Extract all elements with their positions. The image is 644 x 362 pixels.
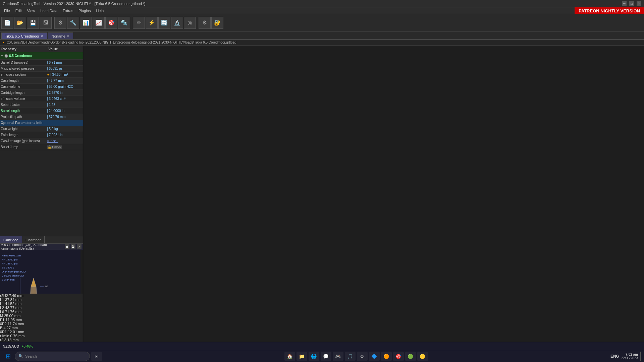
bottom-tabs-header: Cartridge Chamber — [0, 236, 83, 244]
prop-gas-leakage: Gas-Leakage (gas losses) ✏ Edit... — [0, 138, 83, 144]
toolbar-open[interactable]: 📂 — [14, 17, 26, 29]
tab-tikka[interactable]: Tikka 6.5 Creedmoor ✕ — [1, 33, 47, 39]
toolbar-btn-8[interactable]: 📈 — [93, 17, 105, 29]
clock: 7:02 am 22/06/2023 — [621, 353, 638, 360]
title-bar: GordonsReloadingTool - Version 2021.2030… — [0, 0, 644, 7]
taskbar-app-9[interactable]: 🟠 — [381, 352, 392, 361]
tab-noname[interactable]: Noname ✕ — [48, 33, 73, 39]
toolbar-btn-6[interactable]: 🔧 — [67, 17, 79, 29]
menu-load-data[interactable]: Load Data — [38, 7, 60, 14]
toolbar-btn-7[interactable]: 📊 — [80, 17, 92, 29]
diagram-icon-2[interactable]: 💾 — [71, 244, 75, 249]
currency-change: +0.46% — [22, 345, 33, 348]
taskbar-app-5[interactable]: 🎮 — [333, 352, 343, 361]
window-controls: ─ □ ✕ — [622, 1, 641, 6]
diagram-header: 6.5 Creedmoor (CIP) Standard dimensions … — [0, 244, 83, 250]
toolbar-btn-16[interactable]: ⚙ — [199, 17, 211, 29]
menu-file[interactable]: File — [1, 7, 13, 14]
minimize-button[interactable]: ─ — [622, 1, 627, 6]
selected-load-row[interactable]: ▼ 🔘 6.5 Creedmoor — [0, 52, 83, 60]
taskbar: ⊞ 🔍 Search ⊡ 🏠 📁 🌐 💬 🎮 🎵 ⚙ 🔷 🟠 🎯 🟢 🟡 ENG… — [0, 350, 644, 362]
prop-optional-header: Optional Parameters / Info — [0, 120, 83, 126]
diagram-icon-1[interactable]: 📋 — [65, 244, 69, 249]
toolbar-btn-12[interactable]: ⚡ — [146, 17, 158, 29]
bullet-diagram-svg: Pmax 63091 psi PK 72562 psi PK 78872 psi… — [0, 250, 80, 294]
taskbar-app-3[interactable]: 🌐 — [309, 352, 319, 361]
nzd-aud-indicator: NZD/AUD +0.46% — [3, 344, 33, 348]
diagram-icon-close[interactable]: ✕ — [77, 244, 82, 249]
show-desktop-button[interactable] — [640, 352, 641, 361]
taskbar-left: ⊞ 🔍 Search ⊡ — [3, 352, 102, 361]
toolbar-btn-15[interactable]: ◎ — [184, 17, 196, 29]
property-col-header: Property — [1, 47, 48, 51]
menu-bar: File Edit View Load Data Extras Plugins … — [0, 7, 644, 14]
taskbar-app-10[interactable]: 🎯 — [393, 352, 404, 361]
taskbar-app-7[interactable]: ⚙ — [357, 352, 368, 361]
task-view-button[interactable]: ⊡ — [91, 352, 102, 361]
prop-case-volume: Case volume | 52.00 grain H2O — [0, 84, 83, 90]
taskbar-center: 🏠 📁 🌐 💬 🎮 🎵 ⚙ 🔷 🟠 🎯 🟢 🟡 — [284, 352, 428, 361]
svg-text:Q  34.680 grain H2O: Q 34.680 grain H2O — [2, 270, 26, 273]
svg-text:PK  72562 psi: PK 72562 psi — [2, 258, 18, 261]
toolbar-btn-14[interactable]: 🔬 — [171, 17, 183, 29]
toolbar-btn-17[interactable]: 🔐 — [211, 17, 223, 29]
time-display: 7:02 am — [626, 353, 638, 356]
svg-text:PK  78872 psi: PK 78872 psi — [2, 262, 18, 265]
left-panel: Property Value ▼ 🔘 6.5 Creedmoor Barrel … — [0, 46, 83, 350]
menu-view[interactable]: View — [24, 7, 38, 14]
prop-cartridge-length: Cartridge length | 2.9570 in — [0, 90, 83, 96]
main-layout: Property Value ▼ 🔘 6.5 Creedmoor Barrel … — [0, 46, 644, 350]
prop-max-pressure: Max. allowed pressure | 63091 psi — [0, 66, 83, 72]
tab-noname-label: Noname — [51, 34, 65, 38]
status-bar: NZD/AUD +0.46% — [0, 342, 644, 350]
prop-barrel-length: Barrel length | 24.0000 in — [0, 108, 83, 114]
taskbar-app-12[interactable]: 🟡 — [417, 352, 428, 361]
toolbar-save-as[interactable]: 🖫 — [40, 17, 52, 29]
toolbar-btn-5[interactable]: ⚙ — [54, 17, 66, 29]
prop-eff-case-volume: eff. case volume | 3.0463 cm³ — [0, 96, 83, 102]
maximize-button[interactable]: □ — [629, 1, 634, 6]
date-display: 22/06/2023 — [621, 356, 638, 360]
tab-noname-close[interactable]: ✕ — [67, 35, 69, 38]
tab-tikka-close[interactable]: ✕ — [41, 35, 43, 38]
menu-edit[interactable]: Edit — [13, 7, 24, 14]
window-title: GordonsReloadingTool - Version 2021.2030… — [3, 2, 145, 6]
toolbar-btn-10[interactable]: 🔩 — [118, 17, 130, 29]
tab-tikka-label: Tikka 6.5 Creedmoor — [5, 34, 39, 38]
prop-case-length: Case length | 48.77 mm — [0, 78, 83, 84]
toolbar-save[interactable]: 💾 — [27, 17, 39, 29]
taskbar-app-6[interactable]: 🎵 — [345, 352, 356, 361]
toolbar-new[interactable]: 📄 — [1, 17, 13, 29]
taskbar-app-4[interactable]: 💬 — [321, 352, 331, 361]
prop-sebert-factor: Sebert factor | 1.28 — [0, 102, 83, 108]
patreon-banner: PATREON NIGHTLY VERSION — [575, 7, 644, 14]
diagram-icons: 📋 💾 ✕ — [65, 244, 82, 249]
diagram-title: 6.5 Creedmoor (CIP) Standard dimensions … — [1, 244, 65, 250]
close-button[interactable]: ✕ — [637, 1, 641, 6]
file-path-bar: 🔸 C:\Users\NDTDe\Downloads\GordonsReload… — [0, 40, 644, 46]
taskbar-app-2[interactable]: 📁 — [297, 352, 307, 361]
taskbar-app-1[interactable]: 🏠 — [284, 352, 295, 361]
prop-bullet-jump: Bullet Jump 🔒 Unlock — [0, 144, 83, 150]
prop-projectile-path: Projectile path | 570.79 mm — [0, 114, 83, 120]
prop-gun-weight: Gun weight | 5.0 kg — [0, 126, 83, 132]
svg-text:E  3.84 mm: E 3.84 mm — [2, 278, 15, 281]
menu-plugins[interactable]: Plugins — [76, 7, 93, 14]
prop-cross-section: eff. cross section ★ | 34.60 mm² — [0, 72, 83, 78]
search-icon: 🔍 — [18, 354, 23, 358]
menu-help[interactable]: Help — [93, 7, 106, 14]
taskbar-app-8[interactable]: 🔷 — [369, 352, 380, 361]
toolbar-btn-9[interactable]: 🎯 — [105, 17, 117, 29]
windows-start-button[interactable]: ⊞ — [3, 352, 13, 361]
currency-indicator: ENG — [610, 354, 619, 359]
taskbar-search-bar[interactable]: 🔍 Search — [15, 352, 90, 361]
toolbar-btn-13[interactable]: 🔄 — [158, 17, 170, 29]
property-header: Property Value — [0, 46, 83, 52]
selected-load-icon: ▼ 🔘 6.5 Creedmoor — [1, 54, 47, 58]
tab-cartridge[interactable]: Cartridge — [0, 236, 22, 243]
taskbar-app-11[interactable]: 🟢 — [405, 352, 416, 361]
tab-chamber[interactable]: Chamber — [22, 236, 44, 243]
toolbar-btn-11[interactable]: ✏ — [133, 17, 145, 29]
search-placeholder: Search — [25, 354, 37, 358]
menu-extras[interactable]: Extras — [60, 7, 76, 14]
